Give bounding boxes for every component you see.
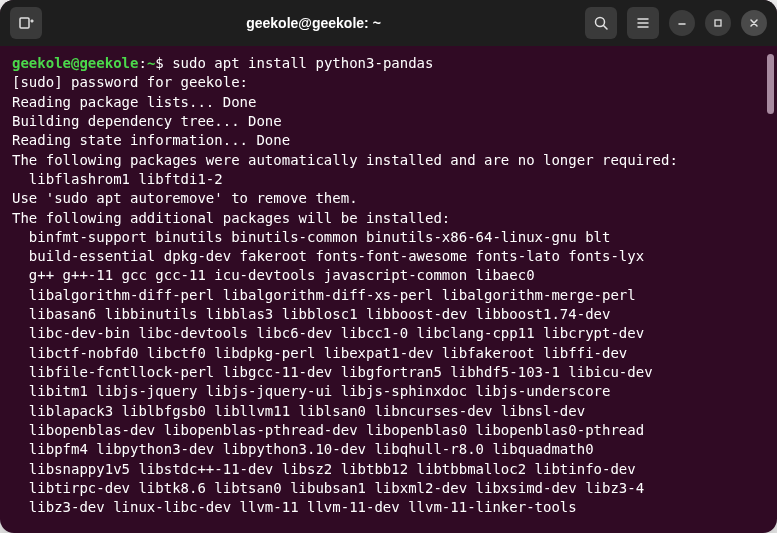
output-package-line: libitm1 libjs-jquery libjs-jquery-ui lib… (12, 382, 765, 401)
output-line: Reading state information... Done (12, 131, 765, 150)
svg-rect-2 (715, 20, 721, 26)
command-text: sudo apt install python3-pandas (172, 55, 433, 71)
output-package-line: libsnappy1v5 libstdc++-11-dev libsz2 lib… (12, 460, 765, 479)
window-title: geekole@geekole: ~ (50, 15, 577, 31)
output-package-line: libpfm4 libpython3-dev libpython3.10-dev… (12, 440, 765, 459)
output-package-line: g++ g++-11 gcc gcc-11 icu-devtools javas… (12, 266, 765, 285)
output-package-line: libalgorithm-diff-perl libalgorithm-diff… (12, 286, 765, 305)
search-icon (593, 15, 609, 31)
minimize-button[interactable] (669, 10, 695, 36)
maximize-button[interactable] (705, 10, 731, 36)
new-tab-icon (18, 15, 34, 31)
new-tab-button[interactable] (10, 7, 42, 39)
output-package-line: libfile-fcntllock-perl libgcc-11-dev lib… (12, 363, 765, 382)
output-line: Building dependency tree... Done (12, 112, 765, 131)
output-line: The following packages were automaticall… (12, 151, 765, 170)
hamburger-icon (635, 15, 651, 31)
terminal-window: geekole@geekole: ~ (0, 0, 777, 533)
output-package-line: libc-dev-bin libc-devtools libc6-dev lib… (12, 324, 765, 343)
output-package-line: libz3-dev linux-libc-dev llvm-11 llvm-11… (12, 498, 765, 517)
prompt-user-host: geekole@geekole (12, 55, 138, 71)
output-line: Reading package lists... Done (12, 93, 765, 112)
menu-button[interactable] (627, 7, 659, 39)
output-package-line: liblapack3 liblbfgsb0 libllvm11 liblsan0… (12, 402, 765, 421)
search-button[interactable] (585, 7, 617, 39)
output-additional-header: The following additional packages will b… (12, 209, 765, 228)
output-autoremove: Use 'sudo apt autoremove' to remove them… (12, 189, 765, 208)
prompt-line: geekole@geekole:~$ sudo apt install pyth… (12, 54, 765, 73)
prompt-dollar: $ (155, 55, 172, 71)
output-auto-installed: libflashrom1 libftdi1-2 (12, 170, 765, 189)
output-package-line: binfmt-support binutils binutils-common … (12, 228, 765, 247)
output-package-line: libctf-nobfd0 libctf0 libdpkg-perl libex… (12, 344, 765, 363)
maximize-icon (712, 17, 724, 29)
terminal-content[interactable]: geekole@geekole:~$ sudo apt install pyth… (0, 46, 777, 533)
close-button[interactable] (741, 10, 767, 36)
output-package-line: libasan6 libbinutils libblas3 libblosc1 … (12, 305, 765, 324)
close-icon (748, 17, 760, 29)
output-package-line: libopenblas-dev libopenblas-pthread-dev … (12, 421, 765, 440)
minimize-icon (676, 17, 688, 29)
prompt-separator: : (138, 55, 146, 71)
svg-rect-0 (20, 18, 29, 28)
scrollbar-thumb[interactable] (767, 54, 774, 114)
output-package-line: libtirpc-dev libtk8.6 libtsan0 libubsan1… (12, 479, 765, 498)
titlebar: geekole@geekole: ~ (0, 0, 777, 46)
output-package-line: build-essential dpkg-dev fakeroot fonts-… (12, 247, 765, 266)
output-sudo: [sudo] password for geekole: (12, 73, 765, 92)
